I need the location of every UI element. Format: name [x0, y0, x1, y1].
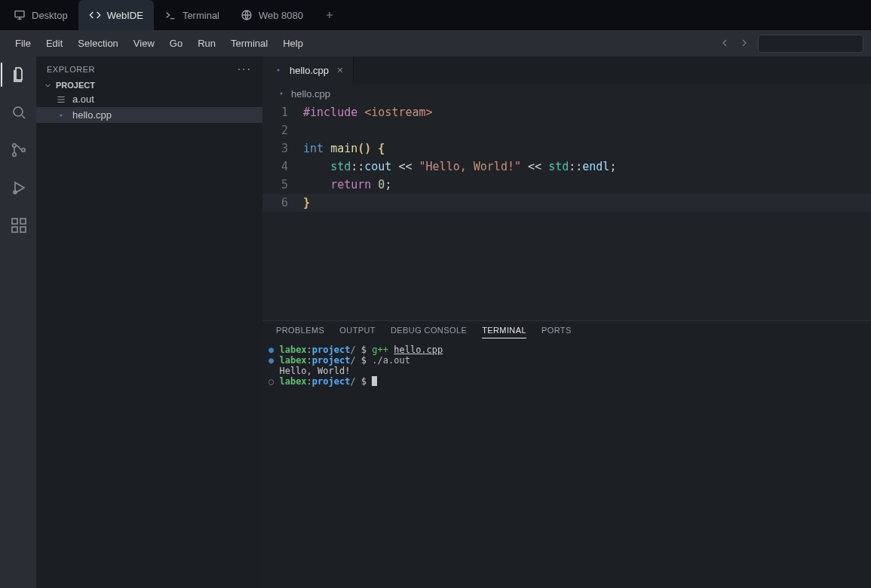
svg-rect-10 — [20, 219, 26, 224]
svg-point-5 — [22, 149, 25, 152]
menu-view[interactable]: View — [126, 35, 162, 52]
file-name: a.out — [72, 93, 94, 105]
project-folder-toggle[interactable]: PROJECT — [36, 79, 262, 91]
add-env-tab-button[interactable] — [318, 4, 341, 26]
cpp-file-icon — [273, 65, 284, 75]
line-number: 1 — [262, 103, 303, 121]
svg-point-13 — [281, 93, 283, 95]
project-folder-label: PROJECT — [56, 81, 95, 90]
activity-git[interactable] — [7, 138, 31, 162]
env-tab-label: Web 8080 — [259, 10, 303, 21]
breadcrumb[interactable]: hello.cpp — [262, 84, 871, 103]
svg-point-4 — [13, 153, 16, 156]
line-number: 6 — [262, 194, 303, 212]
menu-list: File Edit Selection View Go Run Terminal… — [8, 35, 311, 52]
env-tab-label: Desktop — [32, 10, 68, 21]
code-line[interactable]: 1#include <iostream> — [262, 103, 871, 121]
close-tab-button[interactable] — [335, 65, 345, 75]
panel-tab-debugconsole[interactable]: DEBUG CONSOLE — [391, 326, 467, 338]
terminal-line: Hello, World! — [268, 366, 865, 376]
panel-tab-ports[interactable]: PORTS — [541, 326, 572, 338]
terminal-output[interactable]: ● labex:project/ $ g++ hello.cpp● labex:… — [262, 341, 871, 390]
svg-rect-8 — [12, 227, 17, 232]
line-number: 5 — [262, 176, 303, 194]
explorer-more-button[interactable]: ··· — [238, 63, 252, 76]
activity-extensions[interactable] — [7, 213, 31, 237]
code-line[interactable]: 4 std::cout << "Hello, World!" << std::e… — [262, 158, 871, 176]
code-editor[interactable]: 1#include <iostream>23int main() {4 std:… — [262, 103, 871, 320]
svg-rect-7 — [12, 219, 17, 224]
cpp-file-icon — [276, 88, 287, 99]
terminal-icon — [164, 9, 176, 21]
nav-back-button[interactable] — [719, 37, 732, 51]
file-tree-item-aout[interactable]: a.out — [36, 91, 262, 107]
menu-edit[interactable]: Edit — [38, 35, 70, 52]
activity-bar — [0, 57, 36, 588]
editor-tab-label: hello.cpp — [290, 65, 329, 76]
command-search-input[interactable] — [758, 35, 863, 53]
file-tree-item-hellocpp[interactable]: hello.cpp — [36, 107, 262, 123]
nav-forward-button[interactable] — [738, 37, 752, 51]
file-name: hello.cpp — [72, 109, 112, 121]
env-tab-desktop[interactable]: Desktop — [3, 0, 78, 30]
code-text[interactable]: #include <iostream> — [303, 103, 433, 121]
cpp-file-icon — [56, 110, 66, 121]
code-icon — [89, 9, 101, 21]
activity-explorer[interactable] — [7, 63, 31, 87]
code-text[interactable]: } — [303, 194, 310, 212]
activity-search[interactable] — [7, 100, 31, 124]
env-tab-web8080[interactable]: Web 8080 — [230, 0, 314, 30]
menu-run[interactable]: Run — [190, 35, 223, 52]
menu-go[interactable]: Go — [162, 35, 190, 52]
breadcrumb-file: hello.cpp — [291, 88, 330, 100]
terminal-line: ● labex:project/ $ ./a.out — [268, 355, 865, 366]
svg-rect-0 — [15, 11, 24, 17]
code-line[interactable]: 5 return 0; — [262, 176, 871, 194]
line-number: 2 — [262, 121, 303, 139]
code-text[interactable]: std::cout << "Hello, World!" << std::end… — [303, 158, 616, 176]
env-tab-terminal[interactable]: Terminal — [154, 0, 230, 30]
env-tabbar: Desktop WebIDE Terminal Web 8080 — [0, 0, 871, 30]
menu-terminal[interactable]: Terminal — [223, 35, 275, 52]
bottom-panel: PROBLEMS OUTPUT DEBUG CONSOLE TERMINAL P… — [262, 320, 871, 588]
code-line[interactable]: 6} — [262, 194, 871, 212]
code-line[interactable]: 2 — [262, 121, 871, 139]
panel-tabs: PROBLEMS OUTPUT DEBUG CONSOLE TERMINAL P… — [262, 321, 871, 341]
svg-point-3 — [13, 144, 16, 147]
line-number: 4 — [262, 158, 303, 176]
activity-debug[interactable] — [7, 176, 31, 200]
env-tab-label: Terminal — [182, 10, 219, 21]
panel-tab-output[interactable]: OUTPUT — [339, 326, 376, 338]
env-tab-webide[interactable]: WebIDE — [78, 0, 154, 30]
menu-help[interactable]: Help — [275, 35, 311, 52]
globe-icon — [241, 9, 253, 21]
svg-point-12 — [278, 69, 280, 72]
panel-tab-problems[interactable]: PROBLEMS — [276, 326, 324, 338]
desktop-icon — [14, 9, 26, 21]
code-text[interactable]: return 0; — [303, 176, 391, 194]
svg-point-2 — [14, 107, 23, 116]
menu-selection[interactable]: Selection — [70, 35, 125, 52]
terminal-line: ● labex:project/ $ g++ hello.cpp — [268, 345, 865, 355]
line-number: 3 — [262, 139, 303, 158]
code-text[interactable]: int main() { — [303, 139, 385, 158]
terminal-line: ○ labex:project/ $ — [268, 376, 865, 387]
svg-rect-9 — [20, 227, 26, 232]
binary-file-icon — [56, 94, 66, 105]
chevron-down-icon — [44, 81, 51, 89]
editor-tabbar: hello.cpp — [262, 57, 871, 84]
env-tab-label: WebIDE — [107, 10, 143, 21]
explorer-title: EXPLORER — [47, 65, 95, 74]
panel-tab-terminal[interactable]: TERMINAL — [482, 326, 526, 338]
code-line[interactable]: 3int main() { — [262, 139, 871, 158]
svg-point-11 — [60, 114, 63, 116]
editor-tab-hellocpp[interactable]: hello.cpp — [262, 57, 354, 84]
editor-column: hello.cpp hello.cpp 1#include <iostream>… — [262, 57, 871, 588]
menu-file[interactable]: File — [8, 35, 38, 52]
menubar: File Edit Selection View Go Run Terminal… — [0, 30, 871, 57]
explorer-sidebar: EXPLORER ··· PROJECT a.out hello.cpp — [36, 57, 262, 588]
